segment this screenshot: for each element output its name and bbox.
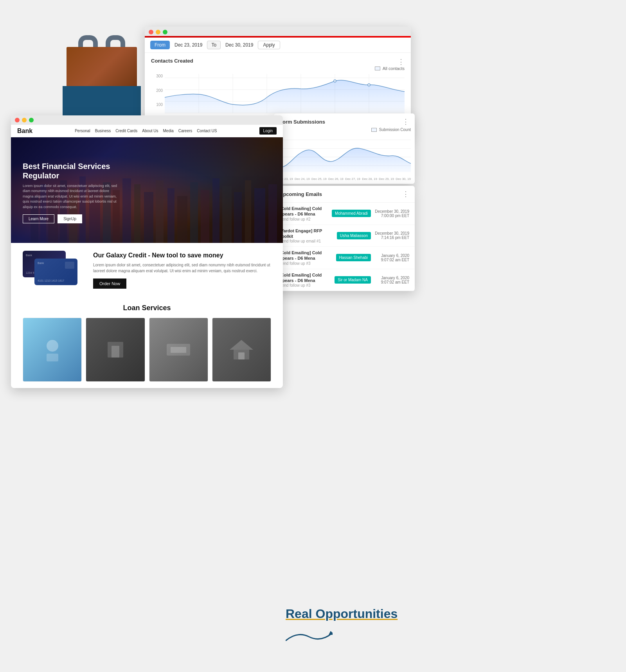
learn-more-button[interactable]: Learn More [23,214,54,223]
svg-rect-48 [112,346,119,358]
email-assignee-3[interactable]: Hassan Shehabi [336,254,371,261]
nav-contact[interactable]: Contact US [197,129,217,133]
loan-services-section: Loan Services Student Loans Lorem ipsum … [11,298,283,388]
home-equity-content: Home Equity Loans Lorem ipsum dolor sit … [212,381,271,382]
svg-rect-40 [245,180,251,243]
galaxy-credit-desc: Lorem ipsum dolor sit amet, consectetuer… [93,262,271,274]
email-row: [Cold Emailing] Cold Spears - D6 Mena Se… [274,203,415,225]
home-equity-image [212,318,271,381]
emails-more-icon[interactable]: ⋮ [402,190,409,198]
nav-credit-cards[interactable]: Credit Cards [115,129,137,133]
hero-description: Lorem ipsum dolor sit amet, consectetuer… [23,183,121,210]
form-submissions-chart: 8 6 4 2 [274,133,415,176]
email-action-3: Send follow up #3 [279,261,333,266]
bank-navbar: Bank Personal Business Credit Cards Abou… [11,125,283,137]
loan-card-cash: Cash Advances Lorem ipsum dolor sit amet… [149,318,208,382]
email-subject-3: [Cold Emailing] Cold Spears - D6 Mena [279,250,333,261]
close-button[interactable] [149,30,153,34]
nav-media[interactable]: Media [163,129,174,133]
svg-rect-35 [190,182,198,243]
to-date: Dec 30, 2019 [223,41,255,49]
galaxy-credit-section: Bank 1234 5678 9101 1121 Bank 4101 1213 … [11,243,283,298]
loan-cards-grid: Student Loans Lorem ipsum dolor sit amet… [23,318,271,382]
bank-close-button[interactable] [15,118,20,122]
cash-advances-content: Cash Advances Lorem ipsum dolor sit amet… [149,381,208,382]
window-titlebar [145,27,411,38]
svg-rect-36 [201,190,209,243]
student-loans-content: Student Loans Lorem ipsum dolor sit amet… [23,381,81,382]
loan-card-business: Small Business Loans Lorem ipsum dolor s… [86,318,145,382]
chart-title: Contacts Created [151,58,193,64]
email-assignee-4[interactable]: Sir or Madam NA [335,276,371,284]
loan-section-title: Loan Services [23,304,271,312]
email-assignee-1[interactable]: Mohammed Abradi [332,210,371,217]
maximize-button[interactable] [163,30,167,34]
chart-area [165,74,405,117]
svg-point-10 [334,80,336,82]
nav-careers[interactable]: Careers [178,129,192,133]
legend-box [375,66,380,70]
from-pill[interactable]: From [150,41,170,49]
upcoming-emails-title: Upcoming Emails [279,191,322,197]
svg-rect-55 [238,352,245,359]
email-date-3: January 6, 2020 9:07:02 am EET [374,253,409,262]
bank-website-window: Bank Personal Business Credit Cards Abou… [11,115,283,388]
form-submissions-title: Form Submissions [279,119,325,125]
loan-card-student: Student Loans Lorem ipsum dolor sit amet… [23,318,82,382]
email-info-4: [Cold Emailing] Cold Spears - D6 Mena Se… [279,272,331,288]
form-chart-legend: Submission Count [274,128,415,133]
nav-personal[interactable]: Personal [75,129,90,133]
svg-rect-45 [47,354,58,361]
email-info-2: [Vardot Engage] RFP Toolkit Send follow … [279,228,334,244]
upcoming-emails-header: Upcoming Emails ⋮ [274,186,415,203]
hero-content: Best Financial Services Regulator Lorem … [23,162,121,224]
svg-rect-42 [268,184,277,243]
nav-business[interactable]: Business [95,129,111,133]
form-legend-box [371,128,377,132]
bank-maximize-button[interactable] [29,118,34,122]
bank-titlebar [11,115,283,125]
email-row: [Cold Emailing] Cold Spears - D6 Mena Se… [274,269,415,291]
form-more-icon[interactable]: ⋮ [402,117,409,126]
chart-more-icon[interactable]: ⋮ [398,57,405,66]
business-loans-image [86,318,144,381]
svg-marker-53 [230,340,253,350]
analytics-toolbar: From Dec 23, 2019 To Dec 30, 2019 Apply [145,38,411,53]
nav-about-us[interactable]: About Us [142,129,158,133]
email-assignee-2[interactable]: Usha Maliasson [337,232,371,239]
svg-rect-38 [222,186,232,243]
login-button[interactable]: Login [259,127,277,135]
svg-rect-30 [134,184,140,243]
bank-minimize-button[interactable] [22,118,27,122]
cash-advances-image [149,318,208,381]
svg-rect-37 [212,178,219,243]
arrow-decoration [286,629,333,649]
email-subject-4: [Cold Emailing] Cold Spears - D6 Mena [279,272,331,284]
apply-button[interactable]: Apply [258,41,280,49]
form-submissions-window: Form Submissions ⋮ Submission Count 8 [274,113,415,184]
svg-rect-29 [122,178,131,243]
email-action-2: Send follow up email #1 [279,239,334,243]
email-date-2: December 30, 2019 7:14:16 pm EET [374,231,409,240]
email-info-1: [Cold Emailing] Cold Spears - D6 Mena Se… [279,206,329,221]
galaxy-credit-title: Our Galaxy Credit - New tool to save mon… [93,252,271,259]
svg-marker-56 [329,631,333,635]
signup-button[interactable]: SignUp [58,214,82,223]
form-x-labels: Dec 23, 19 Dec 24, 19 Dec 25, 19 Dec 26,… [274,176,415,184]
to-pill[interactable]: To [207,41,221,49]
form-legend-label: Submission Count [379,128,411,132]
email-info-3: [Cold Emailing] Cold Spears - D6 Mena Se… [279,250,333,266]
galaxy-credit-text: Our Galaxy Credit - New tool to save mon… [93,252,271,289]
shopping-bag-decoration [51,23,153,125]
titlebar-accent [145,36,411,38]
upcoming-emails-widget: Upcoming Emails ⋮ [Cold Emailing] Cold S… [274,186,415,291]
svg-rect-32 [156,180,164,243]
svg-rect-39 [234,192,242,243]
svg-rect-41 [254,188,265,243]
hero-buttons: Learn More SignUp [23,214,121,223]
svg-rect-31 [144,192,153,243]
business-loans-content: Small Business Loans Lorem ipsum dolor s… [86,381,144,382]
order-now-button[interactable]: Order Now [93,279,126,289]
email-row: [Vardot Engage] RFP Toolkit Send follow … [274,225,415,247]
minimize-button[interactable] [156,30,160,34]
